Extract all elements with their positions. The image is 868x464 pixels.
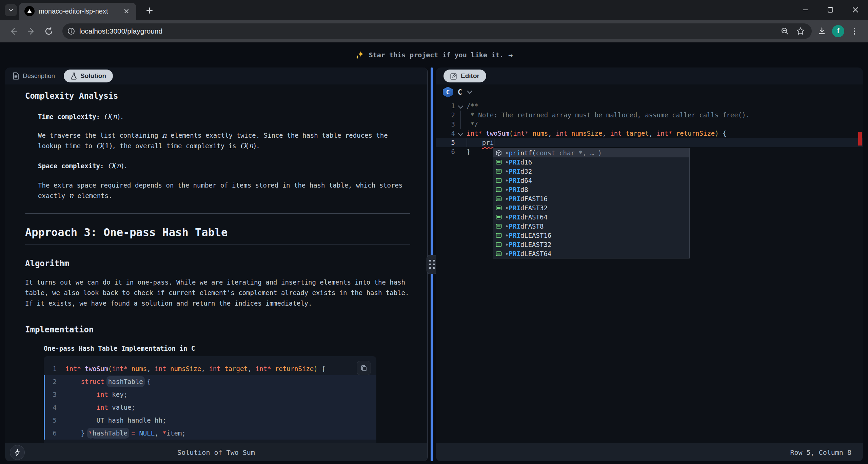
symbol-constant-icon	[495, 177, 502, 184]
completion-item[interactable]: •PRIdFAST16	[493, 194, 689, 203]
completion-label: •PRIdLEAST32	[505, 241, 551, 248]
tab-title: monaco-editor-lsp-next	[39, 7, 118, 15]
language-bar: C C	[436, 84, 863, 100]
completion-item[interactable]: •PRIdFAST32	[493, 203, 689, 212]
bolt-button[interactable]	[10, 445, 25, 460]
symbol-constant-icon	[495, 223, 502, 230]
line-number: 2	[436, 111, 455, 120]
flask-icon	[71, 72, 77, 80]
footer-title: Solution of Two Sum	[177, 448, 255, 457]
plus-icon	[146, 7, 153, 14]
edit-pencil-icon	[450, 73, 457, 80]
cursor-position: Row 5, Column 8	[790, 448, 851, 457]
url-bar[interactable]: localhost:3000/playground	[62, 23, 812, 39]
text-cursor	[494, 139, 494, 146]
approach-heading: Approach 3: One-pass Hash Table	[25, 226, 410, 245]
line-number: 6	[45, 427, 65, 440]
space-complexity-line: Space complexity: O(n).	[38, 161, 410, 171]
playground-page: Star this project if you like it. → Desc…	[0, 42, 868, 464]
tab-solution-label: Solution	[80, 72, 106, 80]
line-number: 5	[45, 414, 65, 427]
copy-code-button[interactable]	[357, 361, 371, 375]
zoom-out-icon[interactable]	[781, 27, 789, 36]
completion-label: •PRId8	[505, 186, 528, 193]
left-panel-footer: Solution of Two Sum	[5, 443, 427, 461]
bookmark-star-icon[interactable]	[796, 27, 805, 36]
completion-label: •PRIdLEAST16	[505, 232, 551, 239]
editor-panel-header: Editor	[436, 67, 863, 84]
completion-item[interactable]: •PRIdLEAST16	[493, 231, 689, 240]
code-line: 2 * Note: The returned array must be mal…	[436, 111, 863, 120]
new-tab-button[interactable]	[144, 5, 155, 16]
completion-item[interactable]: •PRId16	[493, 157, 689, 167]
forward-button[interactable]	[24, 24, 39, 39]
line-number: 1	[436, 101, 455, 111]
code-line: 5 pri	[436, 138, 863, 147]
code-label: One-pass Hash Table Implementation in C	[44, 345, 410, 352]
line-number: 2	[45, 375, 65, 388]
completion-item[interactable]: •PRIdLEAST64	[493, 249, 689, 258]
tab-solution[interactable]: Solution	[64, 70, 113, 82]
completion-item[interactable]: •PRIdFAST8	[493, 221, 689, 231]
completion-item[interactable]: •PRIdFAST64	[493, 212, 689, 221]
tab-description[interactable]: Description	[13, 72, 55, 80]
window-minimize-button[interactable]	[793, 0, 818, 20]
completion-item[interactable]: •printf(const char *, … )	[493, 148, 689, 157]
error-marker	[858, 132, 862, 146]
sparkles-icon	[355, 51, 364, 59]
vercel-favicon	[24, 6, 35, 16]
downloads-button[interactable]	[814, 24, 829, 39]
autocomplete-popup: •printf(const char *, … )•PRId16•PRId32•…	[493, 148, 690, 258]
reload-icon	[44, 27, 53, 36]
symbol-constant-icon	[495, 241, 502, 248]
tab-strip: monaco-editor-lsp-next	[0, 0, 868, 20]
tab-close-icon[interactable]	[122, 7, 131, 16]
browser-tab[interactable]: monaco-editor-lsp-next	[19, 3, 136, 20]
fold-chevron-icon[interactable]	[455, 129, 467, 138]
line-number: 3	[45, 388, 65, 401]
line-number: 5	[436, 138, 455, 147]
profile-avatar[interactable]: f	[832, 25, 844, 37]
code-line: 3 int key;	[44, 388, 376, 401]
symbol-constant-icon	[495, 195, 502, 202]
completion-label: •PRId64	[505, 177, 532, 184]
banner-text: Star this project if you like it.	[369, 51, 504, 59]
reload-button[interactable]	[41, 24, 56, 39]
complexity-heading: Complexity Analysis	[25, 91, 410, 101]
symbol-constant-icon	[495, 250, 502, 257]
symbol-constant-icon	[495, 214, 502, 220]
monaco-editor[interactable]: 1/**2 * Note: The returned array must be…	[436, 100, 863, 461]
time-complexity-para: We traverse the list containing n elemen…	[38, 130, 410, 151]
url-text[interactable]: localhost:3000/playground	[79, 27, 776, 35]
completion-item[interactable]: •PRId64	[493, 176, 689, 185]
browser-menu-button[interactable]	[847, 24, 862, 39]
window-close-button[interactable]	[843, 0, 868, 20]
window-maximize-button[interactable]	[818, 0, 843, 20]
site-info-icon[interactable]	[67, 27, 75, 35]
fold-gutter	[455, 147, 467, 156]
line-number: 3	[436, 120, 455, 129]
language-chevron-icon[interactable]	[467, 90, 472, 94]
symbol-constant-icon	[495, 159, 502, 166]
kebab-menu-icon	[853, 27, 856, 36]
completion-item[interactable]: •PRIdLEAST32	[493, 240, 689, 249]
symbol-function-icon	[495, 150, 502, 156]
tab-editor[interactable]: Editor	[443, 70, 486, 82]
completion-item[interactable]: •PRId32	[493, 167, 689, 176]
panel-resizer[interactable]	[428, 67, 436, 461]
star-project-banner[interactable]: Star this project if you like it. →	[0, 42, 868, 67]
symbol-constant-icon	[495, 186, 502, 193]
fold-gutter	[455, 111, 467, 120]
back-button[interactable]	[6, 24, 21, 39]
line-number: 1	[45, 362, 65, 375]
line-number: 6	[436, 147, 455, 156]
symbol-constant-icon	[495, 205, 502, 211]
browser-window: monaco-editor-lsp-next	[0, 0, 868, 464]
completion-item[interactable]: •PRId8	[493, 185, 689, 194]
forward-arrow-icon	[27, 27, 36, 36]
code-line: 1int* twoSum(int* nums, int numsSize, in…	[44, 362, 376, 375]
code-line: 2 struct hashTable {	[44, 375, 376, 388]
tab-search-button[interactable]	[5, 4, 17, 16]
fold-chevron-icon[interactable]	[455, 101, 467, 111]
completion-label: •PRIdFAST64	[505, 213, 548, 221]
